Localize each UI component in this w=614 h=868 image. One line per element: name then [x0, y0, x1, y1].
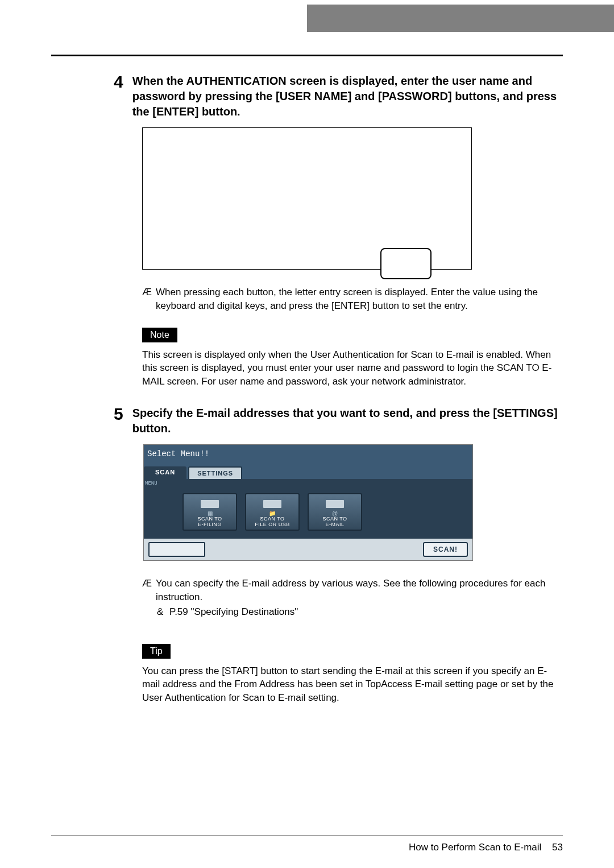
header-bar	[0, 5, 614, 32]
scan-footer: SCAN!	[144, 539, 472, 560]
footer-page-number: 53	[552, 842, 563, 853]
step-5-sub-bullet: & P.59 "Specifying Destinations"	[157, 606, 563, 618]
step-4: 4 When the AUTHENTICATION screen is disp…	[51, 73, 563, 119]
scan-to-email-label: SCAN TOE-MAIL	[322, 516, 347, 527]
menu-label: MENU	[145, 481, 157, 486]
step-5-sub-bullet-text: P.59 "Specifying Destinations"	[169, 606, 298, 618]
scan-icon-row: ▦ SCAN TOE-FILING 📁 SCAN TOFILE OR USB @…	[151, 493, 466, 531]
authentication-screen-figure	[142, 127, 472, 270]
scan-to-file-label: SCAN TOFILE OR USB	[255, 516, 290, 527]
step-4-heading: When the AUTHENTICATION screen is displa…	[132, 73, 563, 119]
footer-title: How to Perform Scan to E-mail	[409, 842, 541, 853]
destination-slot[interactable]	[148, 542, 205, 557]
step-4-number: 4	[51, 73, 123, 119]
sub-bullet-symbol: &	[157, 606, 169, 618]
step-5-bullet: Æ You can specify the E-mail address by …	[142, 577, 563, 604]
scan-to-efiling-button[interactable]: ▦ SCAN TOE-FILING	[182, 493, 237, 531]
scan-execute-button[interactable]: SCAN!	[423, 542, 468, 557]
step-5-bullet-text: You can specify the E-mail address by va…	[156, 577, 563, 604]
scan-to-file-button[interactable]: 📁 SCAN TOFILE OR USB	[245, 493, 300, 531]
step-4-bullet-text: When pressing each button, the letter en…	[156, 286, 563, 313]
scan-to-email-button[interactable]: @ SCAN TOE-MAIL	[308, 493, 362, 531]
efiling-icon	[201, 500, 219, 508]
step-5-number: 5	[51, 406, 123, 436]
bullet-symbol: Æ	[142, 286, 156, 313]
step-5: 5 Specify the E-mail addresses that you …	[51, 406, 563, 436]
tip-body: You can press the [START] button to star…	[142, 664, 563, 705]
page-content: 4 When the AUTHENTICATION screen is disp…	[0, 32, 614, 745]
step-4-bullet: Æ When pressing each button, the letter …	[142, 286, 563, 313]
header-left-blank	[0, 5, 307, 32]
page-footer: How to Perform Scan to E-mail 53	[51, 836, 563, 853]
enter-button-callout	[380, 248, 432, 279]
step-5-heading: Specify the E-mail addresses that you wa…	[132, 406, 563, 436]
scan-menu-figure: Select Menu!! SCAN SETTINGS MENU ▦ SCAN …	[143, 444, 473, 561]
scan-to-efiling-label: SCAN TOE-FILING	[197, 516, 222, 527]
scan-tab-row: SCAN SETTINGS	[144, 466, 472, 480]
tip-label: Tip	[142, 644, 171, 659]
top-rule	[51, 55, 563, 56]
note-body: This screen is displayed only when the U…	[142, 348, 563, 388]
note-label: Note	[142, 328, 177, 342]
header-right-gray	[307, 5, 614, 32]
bullet-symbol: Æ	[142, 577, 156, 604]
tab-scan[interactable]: SCAN	[144, 466, 186, 479]
scan-body: MENU ▦ SCAN TOE-FILING 📁 SCAN TOFILE OR …	[144, 480, 472, 539]
email-icon	[326, 500, 344, 508]
tab-settings[interactable]: SETTINGS	[188, 466, 242, 479]
file-icon	[263, 500, 281, 508]
scan-prompt: Select Menu!!	[144, 445, 472, 466]
